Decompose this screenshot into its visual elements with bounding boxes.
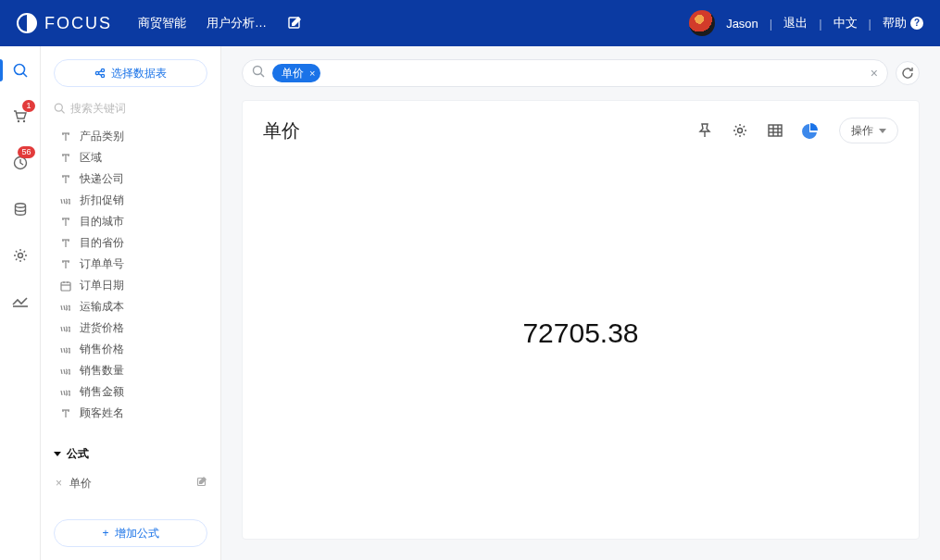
field-item[interactable]: 订单日期	[59, 277, 207, 294]
svg-line-50	[61, 305, 62, 310]
field-label: 目的省份	[80, 235, 124, 251]
text-type-icon	[59, 407, 72, 420]
rail-history-badge: 56	[18, 146, 34, 158]
text-type-icon	[59, 237, 72, 250]
sidebar-search-input[interactable]	[70, 102, 207, 115]
main-area: 单价 × × 单价	[221, 46, 940, 560]
rail-cart-badge: 1	[22, 100, 34, 112]
svg-line-30	[64, 199, 65, 204]
svg-point-15	[55, 104, 62, 111]
svg-point-8	[18, 254, 22, 258]
number-type-icon	[59, 194, 72, 207]
query-clear-icon[interactable]: ×	[871, 66, 878, 81]
field-item[interactable]: 产品类别	[59, 128, 207, 145]
pie-chart-icon[interactable]	[802, 122, 819, 139]
refresh-icon	[901, 67, 914, 80]
formula-header-label: 公式	[67, 446, 89, 462]
formula-item[interactable]: × 单价	[54, 473, 207, 493]
field-item[interactable]: 销售数量	[59, 362, 207, 380]
formula-header[interactable]: 公式	[54, 446, 207, 462]
username-label[interactable]: Jason	[726, 17, 758, 31]
query-box[interactable]: 单价 × ×	[242, 59, 888, 87]
query-pill-remove-icon[interactable]: ×	[309, 68, 315, 79]
field-item[interactable]: 快递公司	[59, 170, 207, 188]
field-item[interactable]: 顾客姓名	[59, 404, 207, 422]
svg-line-71	[64, 391, 65, 395]
text-type-icon	[59, 152, 72, 165]
field-label: 销售数量	[80, 363, 124, 379]
rail-item-history[interactable]: 56	[0, 150, 41, 176]
gear-icon[interactable]	[732, 122, 748, 139]
svg-line-33	[69, 199, 69, 200]
search-icon	[252, 65, 265, 81]
formula-item-label: 单价	[69, 476, 92, 492]
svg-point-7	[15, 204, 25, 207]
field-item[interactable]: 销售金额	[59, 383, 207, 401]
select-datasource-button[interactable]: 选择数据表	[54, 59, 207, 87]
logout-link[interactable]: 退出	[783, 15, 808, 31]
svg-point-5	[22, 120, 24, 122]
field-item[interactable]: 运输成本	[59, 298, 207, 316]
brand-name: FOCUS	[44, 14, 112, 33]
field-label: 订单单号	[80, 256, 124, 272]
lang-link[interactable]: 中文	[833, 15, 858, 31]
sidebar-search[interactable]	[54, 102, 207, 115]
field-label: 区域	[80, 150, 102, 166]
number-type-icon	[59, 322, 72, 335]
topnav-item-user-analysis[interactable]: 用户分析…	[207, 15, 267, 31]
field-item[interactable]: 销售价格	[59, 341, 207, 358]
kpi-value-area: 72705.38	[263, 143, 898, 522]
text-type-icon	[59, 258, 72, 271]
topnav-compose-icon[interactable]	[287, 16, 302, 31]
svg-rect-84	[769, 125, 782, 136]
refresh-button[interactable]	[896, 61, 920, 85]
chevron-down-icon	[879, 129, 886, 133]
formula-remove-icon[interactable]: ×	[56, 477, 62, 490]
field-label: 运输成本	[80, 299, 124, 315]
svg-point-4	[17, 120, 19, 122]
add-formula-button[interactable]: + 增加公式	[54, 519, 207, 547]
pin-icon[interactable]	[696, 122, 713, 139]
rail-item-cart[interactable]: 1	[0, 104, 41, 130]
svg-line-74	[69, 391, 69, 392]
top-nav: 商贸智能 用户分析…	[138, 15, 302, 31]
field-label: 折扣促销	[80, 193, 124, 208]
rail-item-data[interactable]	[0, 196, 41, 222]
add-formula-label: 增加公式	[115, 526, 159, 541]
field-item[interactable]: 目的省份	[59, 234, 207, 252]
field-item[interactable]: 区域	[59, 149, 207, 167]
svg-line-13	[98, 71, 101, 73]
field-item[interactable]: 订单单号	[59, 255, 207, 273]
field-label: 销售价格	[80, 342, 124, 357]
card-tool-icons	[696, 122, 819, 139]
svg-point-83	[738, 129, 743, 133]
topbar: FOCUS 商贸智能 用户分析… Jason | 退出 | 中文 | 帮助 ?	[0, 0, 940, 46]
select-datasource-label: 选择数据表	[111, 66, 167, 81]
field-item[interactable]: 进货价格	[59, 319, 207, 337]
sidebar: 选择数据表 产品类别区域快递公司折扣促销目的城市目的省份订单单号订单日期运输成本…	[41, 46, 221, 560]
text-type-icon	[59, 216, 72, 229]
brand-logo-wrap: FOCUS	[17, 13, 112, 33]
rail-item-settings[interactable]	[0, 243, 41, 268]
rail-item-trend[interactable]	[0, 289, 41, 315]
share-icon	[94, 68, 106, 79]
kpi-value: 72705.38	[522, 317, 638, 349]
formula-section: 公式 × 单价 + 增加公式	[54, 446, 207, 547]
field-label: 快递公司	[80, 171, 124, 187]
avatar[interactable]	[689, 10, 715, 36]
svg-line-81	[261, 74, 265, 78]
topnav-item-bi[interactable]: 商贸智能	[138, 15, 186, 31]
operations-button[interactable]: 操作	[839, 118, 898, 143]
divider: |	[770, 17, 772, 31]
date-type-icon	[59, 280, 72, 292]
formula-edit-icon[interactable]	[196, 477, 207, 491]
field-item[interactable]: 折扣促销	[59, 192, 207, 209]
field-item[interactable]: 目的城市	[59, 213, 207, 230]
help-link[interactable]: 帮助 ?	[883, 15, 923, 31]
svg-point-2	[14, 65, 24, 75]
rail-item-search[interactable]	[0, 57, 41, 83]
field-label: 订单日期	[80, 278, 124, 293]
table-icon[interactable]	[767, 122, 783, 139]
svg-line-70	[61, 391, 62, 395]
query-pill[interactable]: 单价 ×	[272, 64, 320, 82]
